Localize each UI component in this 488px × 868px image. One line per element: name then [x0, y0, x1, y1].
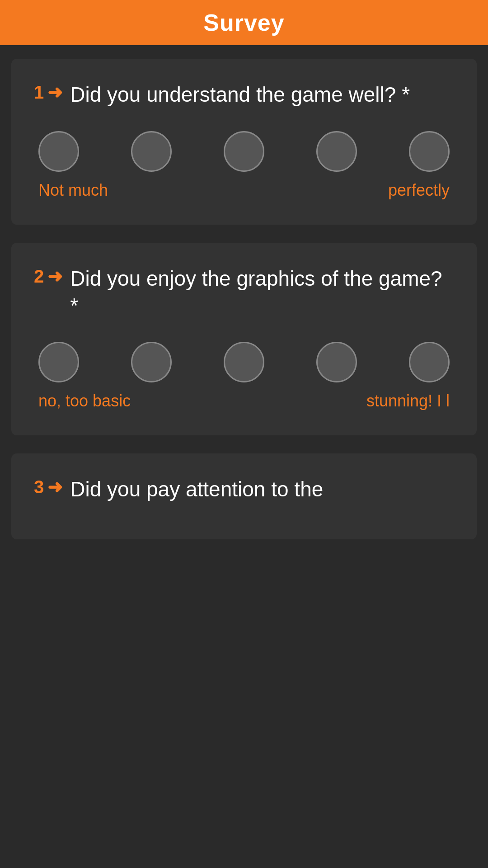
header-title: Survey — [203, 9, 284, 36]
radio-option-1-1[interactable] — [38, 131, 79, 172]
radio-option-2-2[interactable] — [131, 342, 172, 382]
radio-option-2-3[interactable] — [224, 342, 264, 382]
radio-option-2-5[interactable] — [409, 342, 450, 382]
radio-option-2-1[interactable] — [38, 342, 79, 382]
question-3-text: Did you pay attention to the — [70, 476, 454, 503]
radio-circle-1-4[interactable] — [316, 131, 357, 172]
question-card-1: 1 ➜ Did you understand the game well? * … — [11, 59, 477, 225]
question-card-2: 2 ➜ Did you enjoy the graphics of the ga… — [11, 243, 477, 436]
question-2-radio-group — [34, 342, 454, 382]
question-card-3: 3 ➜ Did you pay attention to the — [11, 453, 477, 539]
radio-option-1-2[interactable] — [131, 131, 172, 172]
content: 1 ➜ Did you understand the game well? * … — [0, 45, 488, 553]
header: Survey — [0, 0, 488, 45]
question-2-label-left: no, too basic — [38, 392, 131, 410]
question-1-scale-labels: Not much perfectly — [34, 181, 454, 200]
question-2-label-right: stunning! I l — [366, 392, 450, 410]
radio-circle-2-5[interactable] — [409, 342, 450, 382]
radio-circle-1-3[interactable] — [224, 131, 264, 172]
radio-circle-2-3[interactable] — [224, 342, 264, 382]
radio-circle-2-4[interactable] — [316, 342, 357, 382]
question-2-scale-labels: no, too basic stunning! I l — [34, 392, 454, 410]
question-1-header: 1 ➜ Did you understand the game well? * — [34, 81, 454, 108]
question-2-header: 2 ➜ Did you enjoy the graphics of the ga… — [34, 265, 454, 320]
radio-circle-1-1[interactable] — [38, 131, 79, 172]
radio-circle-2-1[interactable] — [38, 342, 79, 382]
question-1-arrow-icon: ➜ — [47, 81, 63, 103]
radio-circle-1-2[interactable] — [131, 131, 172, 172]
question-3-arrow-icon: ➜ — [47, 476, 63, 498]
radio-option-1-4[interactable] — [316, 131, 357, 172]
question-3-header: 3 ➜ Did you pay attention to the — [34, 476, 454, 503]
radio-circle-2-2[interactable] — [131, 342, 172, 382]
radio-option-1-5[interactable] — [409, 131, 450, 172]
radio-circle-1-5[interactable] — [409, 131, 450, 172]
question-2-number: 2 — [34, 265, 44, 287]
question-1-label-left: Not much — [38, 181, 108, 200]
radio-option-2-4[interactable] — [316, 342, 357, 382]
question-1-number: 1 — [34, 81, 44, 103]
question-1-radio-group — [34, 131, 454, 172]
question-1-label-right: perfectly — [388, 181, 450, 200]
question-2-text: Did you enjoy the graphics of the game? … — [70, 265, 454, 320]
question-1-text: Did you understand the game well? * — [70, 81, 454, 108]
question-3-number: 3 — [34, 476, 44, 498]
question-2-arrow-icon: ➜ — [47, 265, 63, 287]
radio-option-1-3[interactable] — [224, 131, 264, 172]
